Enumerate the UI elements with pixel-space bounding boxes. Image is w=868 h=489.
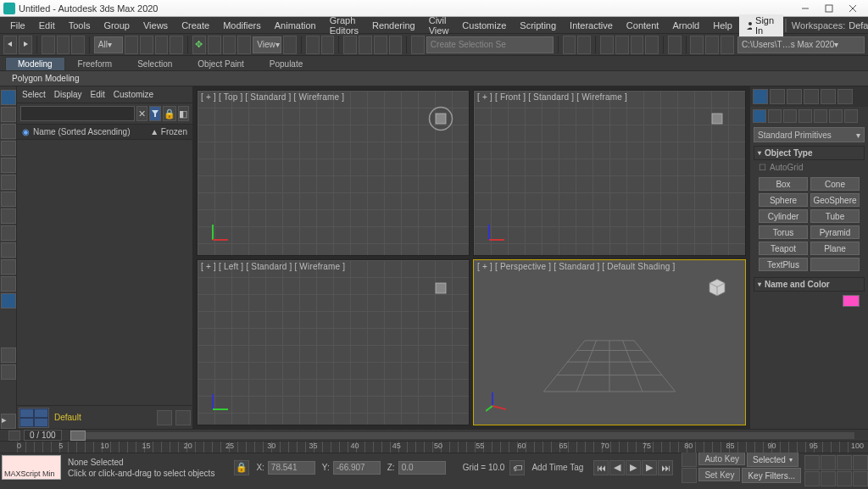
geometry-cat-icon[interactable] xyxy=(753,109,766,123)
display-hidden-button[interactable] xyxy=(1,293,16,308)
prev-frame-button[interactable]: ◀ xyxy=(609,460,625,475)
viewport-front[interactable]: [ + ] [ Front ] [ Standard ] [ Wireframe… xyxy=(473,90,746,256)
menu-interactive[interactable]: Interactive xyxy=(563,17,620,33)
cameras-cat-icon[interactable] xyxy=(798,109,812,123)
se-menu-customize[interactable]: Customize xyxy=(114,90,153,99)
time-slider[interactable] xyxy=(70,432,854,439)
viewcube-icon[interactable] xyxy=(428,106,453,131)
next-frame-button[interactable]: ▶ xyxy=(642,460,657,475)
shapes-cat-icon[interactable] xyxy=(768,109,782,123)
primitive-geosphere-button[interactable]: GeoSphere xyxy=(810,193,860,207)
display-bone-button[interactable] xyxy=(1,242,16,258)
filter-toggle-icon[interactable] xyxy=(149,106,160,121)
motion-tab-icon[interactable] xyxy=(804,89,819,104)
select-manipulate-button[interactable] xyxy=(306,36,320,54)
render-production-button[interactable] xyxy=(721,36,734,54)
viewport-left-label[interactable]: [ + ] [ Left ] [ Standard ] [ Wireframe … xyxy=(201,262,345,271)
helpers-cat-icon[interactable] xyxy=(814,109,827,123)
auto-key-button[interactable]: Auto Key xyxy=(698,452,745,465)
menu-help[interactable]: Help xyxy=(706,17,739,33)
primitive-box-button[interactable]: Box xyxy=(759,177,808,191)
viewport-front-label[interactable]: [ + ] [ Front ] [ Standard ] [ Wireframe… xyxy=(477,92,627,102)
name-color-header[interactable]: Name and Color xyxy=(754,277,865,292)
primitive-cylinder-button[interactable]: Cylinder xyxy=(759,209,808,223)
key-filter-combo[interactable]: Selected xyxy=(747,452,798,467)
pin-icon[interactable]: ◧ xyxy=(178,106,189,121)
display-groups-button[interactable] xyxy=(1,208,16,224)
menu-file[interactable]: File xyxy=(3,17,32,33)
scene-explorer-body[interactable] xyxy=(17,140,192,405)
x-field[interactable]: 78.541 xyxy=(268,461,315,475)
time-slider-handle[interactable] xyxy=(70,431,86,441)
primitive-plane-button[interactable]: Plane xyxy=(810,242,860,255)
menu-rendering[interactable]: Rendering xyxy=(365,17,422,33)
goto-start-button[interactable]: ⏮ xyxy=(593,460,609,475)
redo-button[interactable] xyxy=(19,36,32,54)
scene-explorer-search[interactable] xyxy=(20,106,135,121)
z-field[interactable]: 0.0 xyxy=(398,461,446,475)
close-button[interactable] xyxy=(841,0,865,17)
select-rotate-button[interactable] xyxy=(208,36,221,54)
viewport-perspective-label[interactable]: [ + ] [ Perspective ] [ Standard ] [ Def… xyxy=(477,262,675,271)
display-shapes-button[interactable] xyxy=(1,124,16,139)
ribbon-panel-polygon-modeling[interactable]: Polygon Modeling xyxy=(5,74,86,83)
snap-toggle-button[interactable] xyxy=(343,36,357,54)
zoom-button[interactable] xyxy=(804,455,820,470)
percent-snap-button[interactable] xyxy=(374,36,387,54)
column-frozen[interactable]: ▲ Frozen xyxy=(150,127,187,136)
modify-tab-icon[interactable] xyxy=(770,89,785,104)
link-button[interactable] xyxy=(42,36,55,54)
time-tag-icon[interactable]: 🏷 xyxy=(509,460,525,475)
menu-tools[interactable]: Tools xyxy=(62,17,97,33)
clear-search-icon[interactable]: ✕ xyxy=(136,106,147,121)
primitive-textplus-button[interactable]: TextPlus xyxy=(759,258,808,271)
select-place-button[interactable] xyxy=(237,36,251,54)
select-scale-button[interactable] xyxy=(223,36,236,54)
align-button[interactable] xyxy=(577,36,591,54)
keyboard-shortcut-button[interactable] xyxy=(321,36,335,54)
display-containers-button[interactable] xyxy=(1,259,16,275)
menu-group[interactable]: Group xyxy=(97,17,136,33)
track-bar[interactable]: 0510152025303540455055606570758085909510… xyxy=(0,441,868,453)
frame-counter[interactable]: 0 / 100 xyxy=(24,430,62,441)
primitive-teapot-button[interactable]: Teapot xyxy=(759,242,808,255)
subcategory-combo[interactable]: Standard Primitives▾ xyxy=(754,127,865,142)
lights-cat-icon[interactable] xyxy=(783,109,797,123)
create-tab-icon[interactable] xyxy=(753,89,768,104)
viewport-left[interactable]: [ + ] [ Left ] [ Standard ] [ Wireframe … xyxy=(197,259,470,425)
menu-create[interactable]: Create xyxy=(175,17,216,33)
ribbon-tab-modeling[interactable]: Modeling xyxy=(5,57,65,70)
use-pivot-button[interactable] xyxy=(283,36,297,54)
bind-space-warp-button[interactable] xyxy=(71,36,85,54)
angle-snap-button[interactable] xyxy=(359,36,372,54)
window-crossing-button[interactable] xyxy=(170,36,183,54)
ribbon-tab-object-paint[interactable]: Object Paint xyxy=(185,57,256,70)
menu-animation[interactable]: Animation xyxy=(268,17,323,33)
display-xrefs-button[interactable] xyxy=(1,225,16,241)
autogrid-checkbox[interactable]: ☐ AutoGrid xyxy=(754,160,865,175)
ribbon-tab-freeform[interactable]: Freeform xyxy=(65,57,125,70)
project-path-combo[interactable]: C:\Users\T…s Max 2020 ▾ xyxy=(737,36,865,53)
viewcube-icon[interactable] xyxy=(428,275,453,301)
utilities-tab-icon[interactable] xyxy=(837,89,853,104)
se-menu-display[interactable]: Display xyxy=(54,90,82,99)
display-cameras-button[interactable] xyxy=(1,158,16,173)
scene-explorer-header[interactable]: ◉ Name (Sorted Ascending) ▲ Frozen xyxy=(17,124,192,140)
ribbon-tab-selection[interactable]: Selection xyxy=(125,57,185,70)
se-menu-select[interactable]: Select xyxy=(22,90,46,99)
toggle-ribbon-button[interactable] xyxy=(615,36,629,54)
unlink-button[interactable] xyxy=(57,36,70,54)
primitive-torus-button[interactable]: Torus xyxy=(759,225,808,239)
key-filters-button[interactable]: Key Filters... xyxy=(742,468,801,483)
filter-icon[interactable] xyxy=(1,347,16,363)
ribbon-tab-populate[interactable]: Populate xyxy=(257,57,315,70)
workspaces-selector[interactable]: Workspaces: Default ▾ xyxy=(787,20,868,31)
hierarchy-tab-icon[interactable] xyxy=(787,89,802,104)
viewport-top[interactable]: [ + ] [ Top ] [ Standard ] [ Wireframe ] xyxy=(197,90,470,256)
systems-cat-icon[interactable] xyxy=(844,109,858,123)
display-tab-icon[interactable] xyxy=(821,89,836,104)
column-name[interactable]: Name (Sorted Ascending) xyxy=(33,127,150,136)
set-key-button[interactable]: Set Key xyxy=(698,468,740,481)
sign-in-button[interactable]: Sign In xyxy=(739,14,783,36)
rendered-frame-button[interactable] xyxy=(705,36,719,54)
